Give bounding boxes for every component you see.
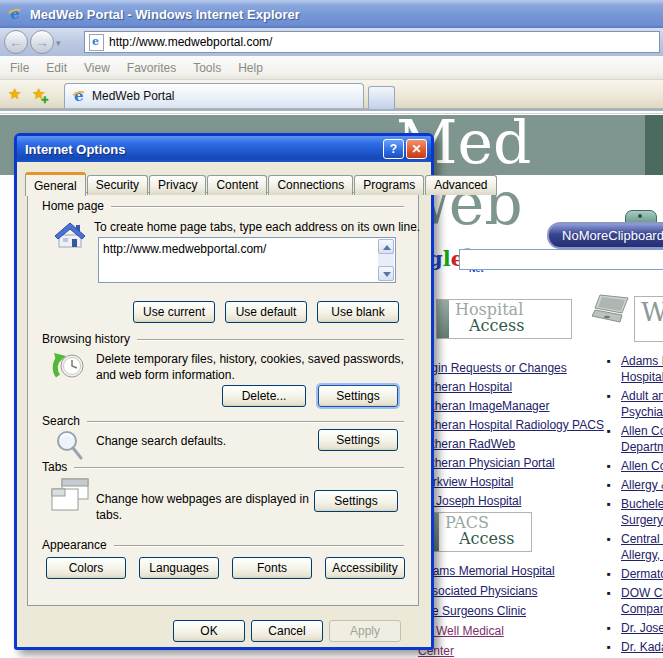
list-item: Be Well Medical xyxy=(418,624,555,644)
cancel-button[interactable]: Cancel xyxy=(251,620,323,642)
list-item: ■Dr. Kadam xyxy=(607,639,663,655)
scrollbar[interactable] xyxy=(378,239,394,281)
dialog-close-button[interactable]: ✕ xyxy=(406,139,427,159)
menu-help[interactable]: Help xyxy=(238,61,263,75)
address-url: http://www.medwebportal.com/ xyxy=(109,35,272,49)
web-link[interactable]: Adams Memorial xyxy=(621,353,663,369)
web-link-line2[interactable]: Psychiatry xyxy=(621,404,663,420)
browsing-history-text-line1: Delete temporary files, history, cookies… xyxy=(96,351,404,367)
bullet-icon: ■ xyxy=(607,423,614,455)
languages-button[interactable]: Languages xyxy=(139,557,219,579)
colors-button[interactable]: Colors xyxy=(46,557,126,579)
scroll-down-button[interactable] xyxy=(378,266,394,281)
scroll-up-button[interactable] xyxy=(378,239,394,254)
favorites-center-button[interactable]: ★ xyxy=(8,85,21,103)
menu-file[interactable]: File xyxy=(10,61,29,75)
new-tab-button[interactable] xyxy=(368,86,395,109)
page-top-rule xyxy=(0,109,663,111)
page-favicon: e xyxy=(89,34,104,51)
tabs-group-header: Tabs xyxy=(42,460,404,474)
tab-connections[interactable]: Connections xyxy=(268,175,353,195)
close-icon: ✕ xyxy=(411,142,421,156)
add-favorite-button[interactable]: ★✚ xyxy=(32,85,45,103)
back-button[interactable]: ← xyxy=(4,30,28,54)
tab-content[interactable]: Content xyxy=(207,175,267,195)
nomoreclipboard-button[interactable]: NoMoreClipboard xyxy=(547,222,663,249)
web-link[interactable]: Central Indiana xyxy=(621,531,663,547)
list-item: Lutheran ImageManager xyxy=(418,399,604,418)
use-current-button[interactable]: Use current xyxy=(133,301,215,323)
pacs-link[interactable]: Associated Physicians xyxy=(418,584,537,598)
web-link-line2[interactable]: Allergy, LLC xyxy=(621,547,663,563)
web-link[interactable]: Allen County xyxy=(621,458,663,474)
web-access-letter: W xyxy=(641,297,663,327)
tab-advanced[interactable]: Advanced xyxy=(425,175,496,195)
web-link[interactable]: DOW Chemical xyxy=(621,585,663,601)
hospital-link[interactable]: Lutheran Hospital Radiology PACS xyxy=(418,418,604,432)
menu-edit[interactable]: Edit xyxy=(46,61,67,75)
fonts-button[interactable]: Fonts xyxy=(232,557,312,579)
list-item: ■Dr. Joseph xyxy=(607,620,663,636)
tabs-group-label: Tabs xyxy=(42,460,67,474)
recent-pages-dropdown[interactable]: ▾ xyxy=(56,38,61,48)
ok-button[interactable]: OK xyxy=(173,620,245,642)
address-bar-row: ← → ▾ e http://www.medwebportal.com/ xyxy=(0,28,663,56)
web-link-line2[interactable]: Hospital HIS xyxy=(621,369,663,385)
hospital-access-word2: Access xyxy=(469,318,524,334)
general-tab-page: Home page To create home page tabs, type… xyxy=(27,192,419,606)
apply-button[interactable]: Apply xyxy=(329,620,401,642)
web-link[interactable]: Dr. Kadam xyxy=(621,639,663,655)
tab-security[interactable]: Security xyxy=(87,175,148,195)
site-search-input[interactable] xyxy=(459,249,663,270)
hospital-link[interactable]: Login Requests or Changes xyxy=(418,361,567,375)
pacs-link[interactable]: Adams Memorial Hospital xyxy=(418,564,555,578)
hospital-link[interactable]: Lutheran ImageManager xyxy=(418,399,549,413)
pacs-access-word2: Access xyxy=(459,531,514,547)
tab-programs[interactable]: Programs xyxy=(354,175,424,195)
dialog-title-bar: Internet Options ? ✕ xyxy=(17,136,431,162)
bullet-icon: ■ xyxy=(607,496,614,528)
laptop-icon xyxy=(592,293,632,329)
web-link[interactable]: Allen County Health xyxy=(621,423,663,439)
web-link-line2[interactable]: Department xyxy=(621,439,663,455)
browsing-history-settings-button[interactable]: Settings xyxy=(318,385,398,407)
brand-band-dark-strip xyxy=(645,115,663,175)
window-title: MedWeb Portal - Windows Internet Explore… xyxy=(30,7,300,22)
web-link-line2[interactable]: Company xyxy=(621,601,663,617)
browser-tab-medweb[interactable]: e MedWeb Portal xyxy=(64,83,364,108)
tab-favicon-icon: e xyxy=(71,88,87,104)
hospital-link[interactable]: Lutheran Physician Portal xyxy=(418,456,555,470)
web-link[interactable]: Buchele Family xyxy=(621,496,663,512)
list-item: Parkview Hospital xyxy=(418,475,604,494)
home-icon xyxy=(54,221,86,249)
forward-button[interactable]: → xyxy=(30,30,54,54)
use-default-button[interactable]: Use default xyxy=(225,301,307,323)
list-item: ■Dermatology xyxy=(607,566,663,582)
list-item: Lutheran Physician Portal xyxy=(418,456,604,475)
web-link[interactable]: Adult and xyxy=(621,388,663,404)
tabs-settings-button[interactable]: Settings xyxy=(314,490,398,512)
web-link[interactable]: Dermatology xyxy=(621,566,663,582)
tabs-text-line2: tabs. xyxy=(96,507,122,523)
delete-button[interactable]: Delete... xyxy=(222,385,306,407)
tab-row: ★ ★✚ e MedWeb Portal xyxy=(0,80,663,109)
pacs-link[interactable]: The Surgeons Clinic xyxy=(418,604,526,618)
dialog-help-button[interactable]: ? xyxy=(383,139,404,159)
list-item: Center xyxy=(418,644,555,658)
menu-favorites[interactable]: Favorites xyxy=(127,61,176,75)
web-link-line2[interactable]: Surgery xyxy=(621,512,663,528)
address-input[interactable]: e http://www.medwebportal.com/ xyxy=(84,31,660,53)
search-settings-button[interactable]: Settings xyxy=(318,429,398,451)
bullet-icon: ■ xyxy=(607,531,614,563)
bullet-icon: ■ xyxy=(607,477,614,493)
use-blank-button[interactable]: Use blank xyxy=(317,301,399,323)
tab-privacy[interactable]: Privacy xyxy=(149,175,206,195)
forward-arrow-icon: → xyxy=(35,34,49,50)
accessibility-button[interactable]: Accessibility xyxy=(325,557,405,579)
menu-tools[interactable]: Tools xyxy=(193,61,221,75)
web-link[interactable]: Dr. Joseph xyxy=(621,620,663,636)
web-link[interactable]: Allergy & Asthma xyxy=(621,477,663,493)
home-page-address-input[interactable]: http://www.medwebportal.com/ xyxy=(101,240,377,282)
tab-general[interactable]: General xyxy=(25,172,86,196)
menu-view[interactable]: View xyxy=(84,61,110,75)
